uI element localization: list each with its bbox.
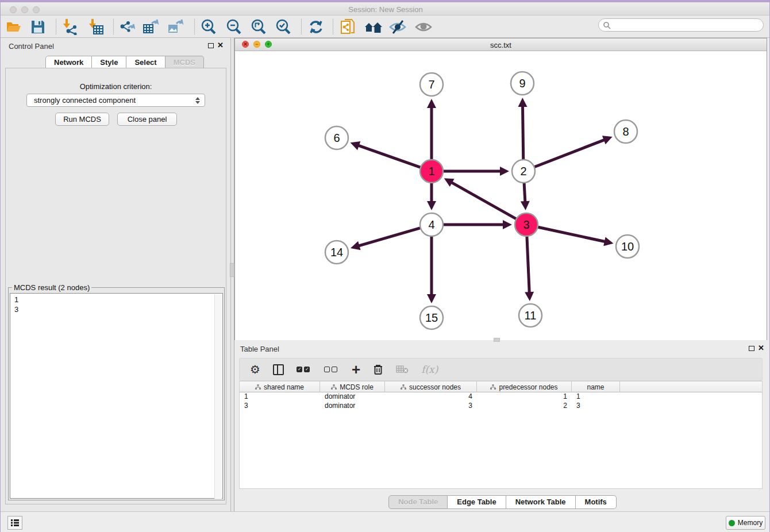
close-panel-button[interactable]: Close panel (117, 113, 177, 126)
export-image-icon[interactable] (166, 18, 186, 36)
import-network-icon[interactable] (60, 18, 79, 36)
vertical-splitter-handle[interactable] (230, 263, 234, 277)
delete-table-icon[interactable] (396, 365, 409, 373)
edge-arrowhead (603, 237, 613, 246)
graph-edge-2-9[interactable] (523, 106, 523, 161)
apply-layout-icon[interactable] (306, 18, 326, 36)
tab-node-table[interactable]: Node Table (388, 495, 448, 509)
horizontal-splitter-handle[interactable] (494, 338, 500, 342)
mcds-result-text[interactable]: 1 3 (10, 293, 223, 499)
tab-network-table[interactable]: Network Table (506, 495, 576, 509)
edge-arrowhead (351, 141, 361, 150)
column-header-predecessor-nodes[interactable]: predecessor nodes (477, 381, 572, 392)
run-mcds-button[interactable]: Run MCDS (55, 113, 109, 126)
tab-mcds[interactable]: MCDS (165, 56, 204, 68)
close-panel-icon[interactable]: ✕ (217, 43, 224, 48)
open-session-icon[interactable] (4, 18, 24, 36)
add-column-icon[interactable]: + (352, 364, 360, 375)
function-builder-icon[interactable]: f(x) (421, 364, 438, 375)
zoom-in-icon[interactable] (199, 18, 218, 36)
edge-arrowhead (503, 220, 512, 229)
graph-node-label: 9 (519, 77, 525, 90)
column-header-label: shared name (264, 383, 304, 391)
selected-option: strongly connected component (34, 96, 136, 105)
zoom-fit-icon[interactable] (249, 18, 268, 36)
column-header-MCDS-role[interactable]: MCDS role (320, 381, 385, 392)
show-all-icon[interactable] (414, 18, 433, 36)
sort-hierarchy-icon (331, 384, 337, 390)
zoom-selected-icon[interactable] (274, 18, 293, 36)
network-window-titlebar[interactable]: ✕ − + scc.txt (235, 38, 767, 51)
export-table-icon[interactable] (141, 18, 161, 36)
table-cell[interactable]: dominator (320, 402, 385, 411)
column-header-successor-nodes[interactable]: successor nodes (385, 381, 477, 392)
table-row[interactable]: 1dominator411 (240, 392, 762, 402)
table-cell[interactable]: 3 (385, 402, 477, 411)
toolbar-separator (56, 19, 56, 34)
table-cell[interactable]: dominator (320, 392, 385, 402)
gear-icon[interactable]: ⚙ (250, 363, 260, 376)
float-panel-icon[interactable] (208, 43, 214, 48)
select-all-icon[interactable] (297, 367, 311, 372)
graph-edge-3-1[interactable] (451, 182, 517, 219)
optimization-criterion-select[interactable]: strongly connected component (26, 94, 205, 107)
result-line: 3 (14, 304, 222, 314)
control-panel-tabs: Network Style Select MCDS (45, 56, 204, 68)
control-panel-title: Control Panel (9, 42, 54, 51)
graph-edge-3-11[interactable] (527, 235, 529, 293)
network-window-title: scc.txt (235, 41, 767, 49)
table-cell[interactable]: 2 (477, 402, 572, 411)
tab-select[interactable]: Select (126, 56, 165, 68)
graph-edge-2-3[interactable] (524, 182, 525, 202)
column-header-shared-name[interactable]: shared name (240, 381, 320, 392)
graph-node-label: 1 (428, 165, 434, 178)
close-table-panel-icon[interactable]: ✕ (758, 345, 764, 351)
graph-edge-3-10[interactable] (537, 227, 606, 242)
table-cell[interactable]: 4 (385, 392, 477, 402)
graph-node-label: 15 (425, 311, 438, 324)
edge-arrowhead (427, 99, 436, 108)
search-input[interactable] (611, 20, 763, 30)
search-box[interactable] (598, 18, 764, 32)
network-canvas-svg[interactable]: 7968124314101511 (235, 51, 767, 340)
table-cell[interactable]: 3 (572, 402, 620, 411)
export-network-icon[interactable] (117, 18, 136, 36)
split-columns-icon[interactable] (273, 364, 284, 375)
tab-style[interactable]: Style (92, 56, 126, 68)
first-neighbors-icon[interactable] (364, 18, 383, 36)
delete-column-icon[interactable] (373, 364, 383, 375)
float-table-panel-icon[interactable] (749, 346, 754, 351)
title-bar[interactable]: Session: New Session (1, 2, 770, 16)
graph-edge-2-8[interactable] (533, 140, 605, 167)
table-row[interactable]: 3dominator323 (240, 402, 762, 411)
import-table-icon[interactable] (86, 18, 105, 36)
clone-network-icon[interactable] (338, 18, 358, 36)
table-cell[interactable]: 1 (240, 392, 320, 402)
sort-hierarchy-icon (255, 384, 261, 390)
graph-node-label: 8 (622, 125, 629, 138)
result-scrollbar[interactable] (214, 294, 222, 499)
table-cell[interactable]: 3 (240, 402, 320, 411)
tab-edge-table[interactable]: Edge Table (448, 495, 506, 509)
save-session-icon[interactable] (28, 18, 48, 36)
edge-arrowhead (518, 98, 528, 107)
graph-edge-1-6[interactable] (358, 145, 422, 168)
table-cell[interactable]: 1 (572, 392, 620, 402)
application-window: Session: New Session (0, 0, 770, 532)
task-history-button[interactable] (7, 516, 22, 530)
graph-edge-4-14[interactable] (358, 228, 421, 246)
memory-button[interactable]: Memory (726, 516, 765, 530)
zoom-out-icon[interactable] (224, 18, 244, 36)
hide-selected-icon[interactable] (388, 18, 407, 36)
tab-motifs[interactable]: Motifs (576, 495, 617, 509)
tab-network[interactable]: Network (45, 56, 92, 68)
network-view-window: ✕ − + scc.txt 7968124314101511 (234, 38, 767, 340)
memory-label: Memory (738, 519, 763, 527)
table-cell[interactable]: 1 (477, 392, 572, 402)
search-icon (603, 21, 611, 29)
column-header-name[interactable]: name (572, 381, 620, 392)
deselect-all-icon[interactable] (324, 367, 339, 372)
graph-node-label: 3 (523, 218, 529, 231)
column-header-label: predecessor nodes (499, 383, 557, 391)
toolbar-separator (113, 19, 114, 34)
